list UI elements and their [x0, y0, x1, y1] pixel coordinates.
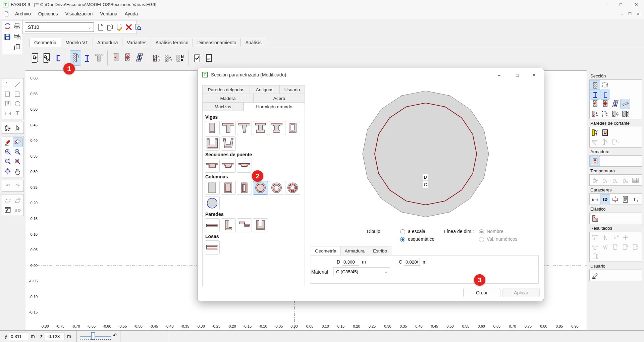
preview-doc-icon[interactable] — [134, 23, 143, 32]
pan-hand-icon[interactable] — [13, 167, 22, 176]
param-tab-armadura[interactable]: Armadura — [341, 246, 369, 255]
nk-icon[interactable]: NK — [175, 51, 185, 65]
rebar-icon[interactable] — [590, 156, 600, 166]
dialog-minimize-button[interactable]: – — [493, 70, 505, 80]
tab-dimensionamiento[interactable]: Dimensionamiento — [193, 38, 241, 47]
section-type-col-rect[interactable] — [205, 181, 220, 195]
zoom-slider-handle[interactable] — [91, 332, 95, 340]
pencil-red-icon[interactable] — [3, 137, 13, 147]
center-point-icon[interactable] — [122, 51, 133, 65]
c-field-input[interactable] — [404, 258, 420, 266]
dialog-tab-antiguas[interactable]: Antiguas — [250, 85, 279, 94]
apply-button[interactable]: Aplicar — [502, 288, 540, 297]
dialog-tab-paredes-delgadas[interactable]: Paredes delgadas — [202, 85, 250, 94]
section-type-beam-t-tapered[interactable] — [237, 121, 252, 135]
print-icon[interactable] — [13, 22, 21, 31]
profile-i-icon[interactable] — [82, 51, 93, 65]
section-selector-combo[interactable]: ST10 ⌄ — [25, 22, 94, 32]
section-type-col-circle[interactable] — [205, 196, 220, 210]
menu-opciones[interactable]: Opciones — [35, 9, 62, 19]
report-doc-icon[interactable] — [621, 194, 630, 204]
section-type-beam-bridge-t[interactable] — [269, 121, 284, 135]
menu-ventana[interactable]: Ventana — [96, 9, 121, 19]
profile-c-icon[interactable] — [53, 51, 64, 65]
window-maximize-button[interactable]: □ — [613, 0, 629, 9]
section-type-col-rect-hollow[interactable] — [237, 181, 252, 195]
print-preview-icon[interactable] — [13, 33, 21, 41]
profile-i-icon[interactable] — [590, 90, 600, 99]
fy-icon[interactable]: fy — [610, 109, 620, 118]
new-doc-icon[interactable] — [96, 23, 105, 32]
skew-i-icon[interactable] — [610, 99, 620, 109]
copy-doc-icon[interactable] — [106, 23, 114, 32]
tab-variantes[interactable]: Variantes — [122, 38, 151, 47]
select-vertex-icon[interactable] — [3, 123, 13, 132]
tab-analisis-termico[interactable]: Análisis térmico — [151, 38, 193, 47]
menu-archivo[interactable]: Archivo — [11, 9, 35, 19]
z-coordinate-input[interactable] — [45, 333, 64, 340]
dialog-tab-macizas[interactable]: Macizas — [202, 102, 244, 111]
insert-point-icon[interactable] — [590, 99, 600, 109]
save-icon[interactable] — [3, 33, 12, 41]
radio-val-numericos[interactable] — [479, 237, 484, 242]
tab-modelo-vt[interactable]: Modelo VT — [61, 38, 93, 47]
u-wall-icon[interactable] — [600, 128, 610, 137]
zoom-off-icon[interactable] — [13, 157, 22, 166]
section-type-wall-straight[interactable] — [205, 218, 220, 232]
section-type-beam-rect[interactable] — [205, 121, 220, 135]
section-type-girder-trough-2[interactable] — [237, 159, 252, 173]
vt-wall-icon[interactable]: VT — [590, 128, 600, 137]
bucket-icon[interactable] — [13, 137, 22, 147]
report-doc-icon[interactable] — [204, 51, 214, 65]
undo-icon[interactable]: ↶ — [113, 332, 117, 339]
tab-analisis[interactable]: Análisis — [241, 38, 266, 47]
id-icon[interactable]: ID — [600, 194, 610, 204]
select-area-icon[interactable] — [41, 51, 52, 65]
section-type-beam-t[interactable] — [221, 121, 236, 135]
radio-esquematico[interactable] — [400, 237, 405, 242]
tt-icon[interactable]: TT — [631, 194, 640, 204]
select-skew-icon[interactable] — [13, 123, 22, 132]
dialog-tab-madera[interactable]: Madera — [202, 94, 254, 103]
dialog-tab-usuario[interactable]: Usuario — [279, 85, 305, 94]
section-type-beam-i[interactable] — [253, 121, 268, 135]
fy-icon[interactable]: fy — [163, 51, 174, 65]
section-hatch-icon[interactable] — [590, 80, 600, 90]
check-doc-icon[interactable] — [192, 51, 203, 65]
material-combo[interactable]: C (C35/45) ⌄ — [333, 268, 390, 276]
radio-nombre[interactable] — [479, 229, 484, 234]
section-type-slab[interactable] — [205, 240, 220, 254]
section-type-col-ring[interactable] — [269, 181, 284, 195]
skew-i-icon[interactable] — [134, 51, 145, 65]
nk-icon[interactable]: NK — [621, 109, 630, 118]
dialog-close-button[interactable]: ✕ — [528, 70, 540, 80]
redraw-icon[interactable] — [3, 22, 12, 31]
window-close-button[interactable]: ✕ — [629, 0, 644, 9]
window-minimize-button[interactable]: – — [598, 0, 613, 9]
section-type-girder-box[interactable] — [205, 159, 220, 173]
section-type-beam-box[interactable] — [285, 121, 300, 135]
section-type-beam-u[interactable] — [205, 136, 220, 151]
edit-doc-icon[interactable] — [115, 23, 124, 32]
create-button[interactable]: Crear — [463, 288, 500, 297]
section-dashed-arrow-icon[interactable] — [600, 80, 610, 90]
section-type-col-rect-reinforced[interactable] — [221, 181, 236, 195]
section-outline-icon[interactable] — [70, 51, 81, 65]
section-type-wall-z[interactable] — [237, 218, 252, 232]
param-tab-geometria[interactable]: Geometría — [311, 246, 341, 255]
dim-line-icon[interactable] — [590, 194, 600, 204]
center-point-icon[interactable] — [600, 99, 610, 109]
section-type-girder-trough-1[interactable] — [221, 159, 236, 173]
section-type-col-ring-double[interactable] — [285, 181, 300, 195]
menu-visualizacion[interactable]: Visualización — [62, 9, 96, 19]
profile-t-icon[interactable] — [94, 51, 104, 65]
eps-sigma-icon[interactable]: εσ — [151, 51, 162, 65]
eps-sigma-dashed-icon[interactable]: εσ — [600, 109, 610, 118]
profile-c-icon[interactable] — [600, 90, 610, 99]
section-type-wall-u[interactable] — [253, 218, 268, 232]
zoom-out-icon[interactable] — [13, 147, 22, 157]
dialog-tab-acero[interactable]: Acero — [254, 94, 305, 103]
zoom-rect-icon[interactable] — [3, 157, 13, 166]
param-tab-estribo[interactable]: Estribo — [369, 246, 391, 255]
dim-section-icon[interactable] — [610, 194, 620, 204]
